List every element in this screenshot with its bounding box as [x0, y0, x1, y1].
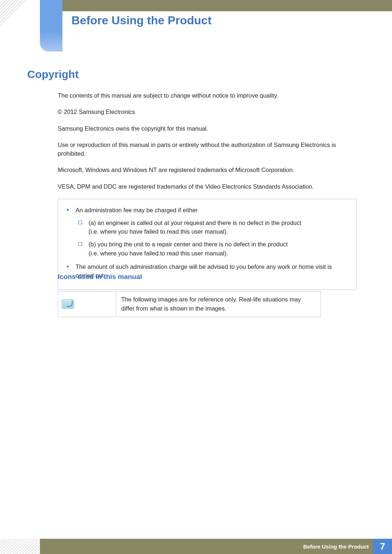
footer-chapter-label: Before Using the Product [303, 543, 369, 550]
paragraph: Samsung Electronics owns the copyright f… [58, 124, 356, 133]
paragraph: VESA, DPM and DDC are registered tradema… [58, 182, 356, 191]
icons-table: The following images are for reference o… [58, 291, 321, 317]
header-olive-bar [62, 0, 392, 11]
sub-line: (i.e. where you have failed to read this… [89, 227, 351, 236]
sub-line: (b) you bring the unit to a repair cente… [89, 240, 351, 249]
note-bullet-list: An administration fee may be charged if … [63, 206, 351, 280]
chapter-tab-extension [40, 31, 62, 52]
chapter-tab [40, 0, 62, 31]
footer-olive-bar: Before Using the Product [40, 539, 373, 554]
icons-table-description-cell: The following images are for reference o… [116, 291, 320, 317]
footer-page-number: 7 [373, 539, 392, 554]
chapter-header-band: Before Using the Product [0, 0, 392, 31]
page-footer: Before Using the Product 7 [0, 539, 392, 554]
section-heading-copyright: Copyright [27, 68, 79, 81]
note-sub-list: (a) an engineer is called out at your re… [75, 218, 351, 258]
icons-table-icon-cell [58, 291, 116, 317]
body-column: The contents of this manual are subject … [58, 91, 356, 290]
chapter-title: Before Using the Product [72, 14, 212, 27]
bullet-text: An administration fee may be charged if … [75, 207, 198, 213]
reference-note-icon [62, 299, 74, 309]
note-bullet-item: An administration fee may be charged if … [63, 206, 351, 258]
paragraph: Use or reproduction of this manual in pa… [58, 141, 356, 158]
subheading-icons-used: Icons used in this manual [58, 273, 142, 281]
footer-hatch-decoration [0, 539, 40, 554]
manual-page: Before Using the Product Copyright The c… [0, 0, 392, 554]
note-sub-item: (b) you bring the unit to a repair cente… [75, 240, 351, 258]
paragraph: The contents of this manual are subject … [58, 91, 356, 100]
paragraph: © 2012 Samsung Electronics [58, 108, 356, 116]
note-sub-item: (a) an engineer is called out at your re… [75, 218, 351, 237]
sub-line: (i.e. where you have failed to read this… [89, 249, 351, 258]
sub-line: (a) an engineer is called out at your re… [89, 218, 351, 227]
paragraph: Microsoft, Windows and Windows NT are re… [58, 166, 356, 174]
corner-hatch-decoration [0, 0, 25, 25]
